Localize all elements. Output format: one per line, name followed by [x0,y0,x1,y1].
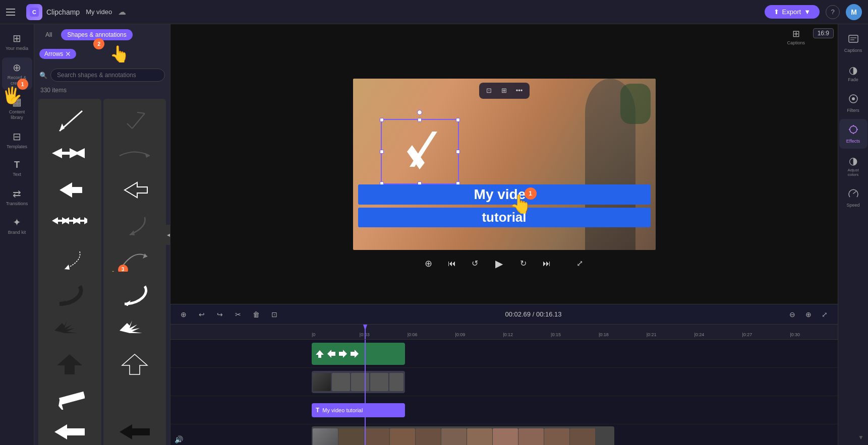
help-button[interactable]: ? [826,5,840,19]
zoom-controls: ⊖ ⊕ ⤢ [785,307,832,322]
handle-left-mid[interactable] [380,150,384,154]
captions-button[interactable]: ⊞ Captions [787,28,805,45]
zoom-in-btn[interactable]: ⊕ [801,307,816,322]
filter-row: Arrows ✕ 👆 2 [34,40,170,66]
arrows-filter-remove[interactable]: ✕ [65,50,71,58]
arrow-item-19[interactable] [38,410,101,446]
handle-top-right[interactable] [456,118,460,122]
svg-marker-14 [74,217,87,224]
sidebar-item-text[interactable]: T Text [2,156,32,181]
arrow-item-20[interactable] [103,410,166,446]
skip-back-btn[interactable]: ⏮ [444,256,460,272]
preview-area: ⊡ ⊞ ••• [170,24,838,304]
track-1-label-area [170,340,312,367]
video-overlay-clip[interactable] [312,371,405,393]
svg-marker-20 [54,321,77,333]
export-button[interactable]: ⬆ Export ▼ [765,5,820,19]
rewind-btn[interactable]: ↺ [467,256,483,272]
logo-icon: C [26,4,42,20]
panel-tabs: All Shapes & annotations [34,24,170,40]
ai-compose-btn[interactable]: ⊕ [421,256,437,272]
cloud-save-icon: ☁ [118,7,126,17]
right-sidebar-adjust-colors[interactable]: ◑ Adjustcolors [839,150,867,182]
cut-btn[interactable]: ✂ [231,307,245,322]
arrows-clip[interactable] [312,343,405,365]
track-text: T My video tutorial [170,396,838,424]
sidebar-item-record-create[interactable]: ⊕ Record &create 🖐️ 1 [2,57,32,90]
fit-timeline-btn[interactable]: ⤢ [818,307,832,322]
project-title[interactable]: My video [86,8,112,16]
handle-top-left[interactable] [380,118,384,122]
left-sidebar: ⊞ Your media ⊕ Record &create 🖐️ 1 ▦ Con… [0,24,34,445]
svg-text:C: C [32,9,36,15]
ruler-label-27: |0:27 [742,332,752,337]
track-main-video: 🔊 [170,424,838,445]
sidebar-item-brand-kit[interactable]: ✦ Brand kit [2,212,32,239]
play-btn[interactable]: ▶ [490,255,508,273]
right-sidebar-fade[interactable]: ◑ Fade [839,59,867,87]
ruler-label-9: |0:09 [455,332,465,337]
tab-shapes-annotations[interactable]: Shapes & annotations [61,29,132,40]
track-3-content: T My video tutorial [312,399,838,421]
save-clip-btn[interactable]: ⊡ [267,307,281,322]
templates-label: Templates [7,144,27,150]
sidebar-item-transitions[interactable]: ⇄ Transitions [2,183,32,211]
shapes-grid: 👆 3 [34,96,170,445]
handle-right-mid[interactable] [456,150,460,154]
main-video-clip[interactable] [312,426,614,446]
main-thumb-5 [416,428,441,446]
item-count: 330 items [34,85,170,96]
svg-marker-31 [327,350,335,358]
undo-btn[interactable]: ↩ [195,307,209,322]
transitions-icon: ⇄ [13,187,21,200]
panel-collapse-button[interactable]: ◀ [165,225,170,245]
right-sidebar-effects[interactable]: Effects [839,119,867,149]
right-sidebar-speed[interactable]: Speed [839,183,867,213]
volume-icon: 🔊 [175,435,183,443]
ruler-playhead [365,325,366,339]
sidebar-item-templates[interactable]: ⊟ Templates [2,126,32,154]
forward-btn[interactable]: ↻ [515,256,532,272]
arrows-filter-chip[interactable]: Arrows ✕ [39,49,76,59]
track-video-overlay [170,368,838,396]
right-sidebar-captions[interactable]: Captions [839,28,867,58]
text-overlay-line1[interactable]: My video [358,184,651,205]
handle-top-mid[interactable] [418,118,422,122]
sidebar-item-content-library[interactable]: ▦ Contentlibrary [2,92,32,124]
text-overlay-line2[interactable]: tutorial [358,208,651,227]
sidebar-item-your-media[interactable]: ⊞ Your media [2,28,32,55]
your-media-label: Your media [6,46,28,51]
main-thumb-9 [518,428,544,446]
effects-icon [848,124,859,138]
track-4-content [312,426,838,446]
more-overlay-btn[interactable]: ••• [513,85,526,97]
resize-overlay-btn[interactable]: ⊡ [483,85,495,97]
export-icon: ⬆ [774,8,779,16]
your-media-icon: ⊞ [13,32,21,44]
plant-bg [620,84,651,124]
right-sidebar-filters[interactable]: Filters [839,88,867,118]
topbar: C Clipchamp My video ☁ ⬆ Export ▼ ? M [0,0,868,24]
record-create-label: Record &create [8,75,27,86]
menu-button[interactable] [6,5,20,19]
text-clip[interactable]: T My video tutorial [312,403,405,417]
app-name: Clipchamp [46,8,80,16]
skip-forward-btn[interactable]: ⏭ [539,256,555,272]
filters-label: Filters [847,108,859,113]
fullscreen-preview-btn[interactable]: ⤢ [572,256,588,272]
expand-overlay-btn[interactable]: ⊞ [498,85,510,97]
user-avatar[interactable]: M [846,4,862,20]
ruler-label-21: |0:21 [647,332,657,337]
selection-box[interactable] [381,119,459,184]
delete-btn[interactable]: 🗑 [249,307,263,322]
search-input[interactable] [50,69,165,82]
redo-btn[interactable]: ↪ [213,307,227,322]
zoom-out-btn[interactable]: ⊖ [785,307,799,322]
tab-all[interactable]: All [39,29,58,40]
snap-tool-btn[interactable]: ⊕ [177,307,191,322]
thumb-4 [370,373,388,391]
rotation-handle[interactable] [417,110,422,115]
speed-label: Speed [846,203,859,208]
content-library-icon: ▦ [12,96,22,108]
speed-icon [848,188,859,202]
